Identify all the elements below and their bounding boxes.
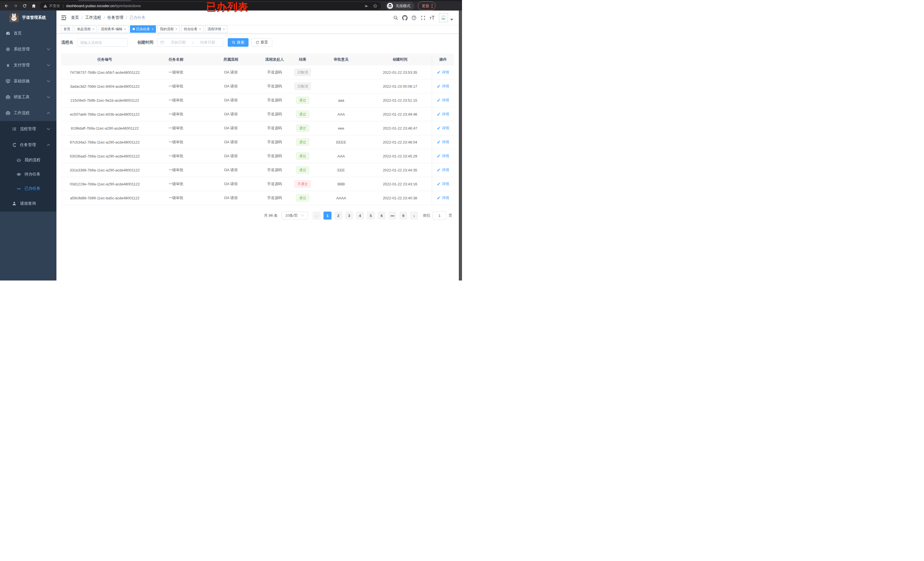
search-icon[interactable]: [391, 13, 400, 22]
page-scrollbar[interactable]: [459, 10, 462, 280]
sidebar-item-process-mgmt[interactable]: 流程管理: [0, 121, 56, 137]
breadcrumb-item[interactable]: 首页: [71, 15, 79, 20]
urlbar-divider: [63, 4, 63, 8]
github-icon[interactable]: [400, 13, 409, 22]
sidebar-item-task-mgmt[interactable]: 任务管理: [0, 137, 56, 153]
page-button-1[interactable]: 1: [324, 212, 332, 220]
tab-close-icon[interactable]: ×: [223, 27, 225, 31]
detail-link[interactable]: 详情: [437, 139, 449, 145]
page-size-select[interactable]: 10条/页: [282, 212, 308, 220]
page-button-5[interactable]: 5: [367, 212, 375, 220]
detail-link[interactable]: 详情: [437, 84, 449, 89]
edit-icon: [437, 126, 440, 130]
fullscreen-icon[interactable]: [418, 13, 428, 22]
more-pages-button[interactable]: •••: [388, 212, 396, 220]
tab-start-process[interactable]: 发起流程×: [74, 25, 97, 33]
breadcrumb-item[interactable]: 工作流程: [85, 15, 101, 20]
sidebar-item-todo-tasks[interactable]: 待办任务: [0, 167, 56, 181]
process-cell: OA 请假: [204, 168, 258, 172]
page-button-3[interactable]: 3: [345, 212, 353, 220]
browser-menu-dots-icon[interactable]: [432, 4, 433, 8]
create-time-label: 创建时间: [137, 40, 153, 45]
tab-done-tasks[interactable]: 已办任务×: [130, 25, 156, 33]
search-button[interactable]: 搜索: [228, 38, 249, 47]
page-button-9[interactable]: 9: [399, 212, 407, 220]
sidebar-item-home[interactable]: 首页: [0, 25, 56, 41]
detail-link[interactable]: 详情: [437, 126, 449, 131]
tab-home[interactable]: 首页: [61, 25, 73, 33]
detail-link[interactable]: 详情: [437, 154, 449, 159]
chevron-up-icon: [47, 144, 50, 146]
detail-link[interactable]: 详情: [437, 98, 449, 103]
result-cell: 通过: [291, 153, 314, 160]
tab-close-icon[interactable]: ×: [92, 27, 94, 31]
app-logo-row[interactable]: 芋道管理系统: [0, 10, 56, 25]
tab-close-icon[interactable]: ×: [152, 27, 153, 31]
browser-update-button[interactable]: 更新: [418, 1, 435, 10]
process-cell: OA 请假: [204, 70, 258, 75]
page-button-6[interactable]: 6: [378, 212, 386, 220]
date-range-picker[interactable]: 开始日期 - 结束日期: [157, 38, 223, 47]
detail-link[interactable]: 详情: [437, 168, 449, 172]
sidebar-item-infrastructure[interactable]: 基础设施: [0, 73, 56, 89]
next-page-button[interactable]: ›: [410, 212, 418, 220]
tab-my-process[interactable]: 我的流程×: [158, 25, 180, 33]
edit-icon: [437, 85, 440, 88]
page-button-4[interactable]: 4: [356, 212, 364, 220]
browser-home-button[interactable]: [30, 2, 38, 10]
tab-close-icon[interactable]: ×: [124, 27, 126, 31]
browser-back-button[interactable]: [2, 2, 10, 10]
goto-page-input[interactable]: [433, 211, 446, 220]
result-cell: 已取消: [291, 69, 314, 76]
detail-link[interactable]: 详情: [437, 70, 449, 75]
prev-page-button[interactable]: ‹: [313, 212, 321, 220]
breadcrumb-item[interactable]: 任务管理: [108, 15, 123, 20]
incognito-label: 无痕模式: [396, 3, 410, 9]
action-cell: 详情: [432, 93, 454, 107]
tab-form-edit[interactable]: 流程表单-编辑×: [98, 25, 128, 33]
incognito-badge: 无痕模式: [386, 2, 414, 10]
page-unit-label: 页: [448, 213, 452, 218]
tab-close-icon[interactable]: ×: [175, 27, 177, 31]
process-name-input[interactable]: [77, 38, 128, 47]
sidebar-item-done-tasks[interactable]: 已办任务: [0, 181, 56, 196]
sidebar-item-workflow[interactable]: 工作流程: [0, 105, 56, 121]
sidebar-item-my-process[interactable]: 我的流程: [0, 153, 56, 167]
sidebar-item-dev-tools[interactable]: 研发工具: [0, 89, 56, 105]
total-count-label: 共 86 条: [264, 213, 278, 218]
sidebar-collapse-icon[interactable]: [61, 15, 66, 20]
sidebar-menu: 首页系统管理¥支付管理基础设施研发工具工作流程流程管理任务管理我的流程待办任务已…: [0, 25, 56, 212]
browser-forward-button[interactable]: [11, 2, 20, 10]
bookmark-star-icon[interactable]: [373, 3, 378, 8]
task-id-cell: 67c534a2-7b9a-11ec-a290-acde48001122: [61, 140, 148, 144]
app-title: 芋道管理系统: [22, 15, 46, 20]
column-header: 创建时间: [368, 57, 432, 62]
detail-link[interactable]: 详情: [437, 181, 449, 187]
tab-todo-tasks[interactable]: 待办任务×: [181, 25, 204, 33]
page-button-2[interactable]: 2: [334, 212, 342, 220]
reset-button[interactable]: 重置: [251, 38, 272, 47]
key-icon[interactable]: [364, 4, 369, 8]
user-menu-caret-icon[interactable]: [450, 19, 453, 21]
action-cell: 详情: [432, 79, 454, 93]
result-badge: 通过: [296, 97, 309, 104]
result-cell: 通过: [291, 194, 314, 202]
result-cell: 通过: [291, 166, 314, 174]
task-name-cell: 一级审批: [148, 168, 204, 172]
sidebar-item-system[interactable]: 系统管理: [0, 41, 56, 57]
detail-link[interactable]: 详情: [437, 112, 449, 117]
tab-process-detail[interactable]: 流程详情×: [205, 25, 227, 33]
browser-reload-button[interactable]: [21, 2, 28, 10]
font-size-icon[interactable]: [428, 13, 436, 22]
user-avatar-broken-image[interactable]: [439, 13, 448, 22]
starter-cell: 芋道源码: [258, 112, 291, 117]
tab-close-icon[interactable]: ×: [199, 27, 201, 31]
sidebar-item-payment[interactable]: ¥支付管理: [0, 57, 56, 73]
sidebar-item-leave-query[interactable]: 请假查询: [0, 196, 56, 212]
detail-link[interactable]: 详情: [437, 195, 449, 200]
table-row: 53026aa5-7b9a-11ec-a290-acde48001122一级审批…: [61, 149, 454, 163]
help-icon[interactable]: [409, 13, 418, 22]
table-row: 3adac3d2-7b9d-11ec-8404-acde48001122一级审批…: [61, 79, 454, 93]
edit-icon: [437, 141, 440, 144]
filter-bar: 流程名 创建时间 开始日期 - 结束日期 搜索 重置: [61, 38, 454, 47]
